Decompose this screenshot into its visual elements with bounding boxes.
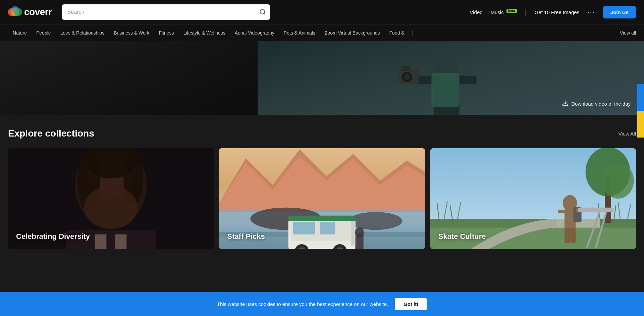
download-video-label: Download video of the day xyxy=(571,101,631,107)
svg-rect-66 xyxy=(565,228,570,244)
more-options-button[interactable]: ··· xyxy=(587,8,595,16)
svg-point-4 xyxy=(260,10,264,14)
svg-rect-38 xyxy=(288,216,356,221)
svg-rect-44 xyxy=(320,222,335,234)
svg-rect-43 xyxy=(293,222,315,234)
header: coverr Video Music beta | Get 10 Free Im… xyxy=(0,0,644,24)
join-button[interactable]: Join Us xyxy=(603,6,636,18)
nav-video[interactable]: Video xyxy=(470,9,483,15)
search-input[interactable] xyxy=(62,4,270,20)
svg-point-35 xyxy=(349,212,402,230)
category-lifestyle[interactable]: Lifestyle & Wellness xyxy=(179,24,230,41)
nav-music[interactable]: Music beta xyxy=(491,9,517,15)
nav-free-images[interactable]: Get 10 Free Images xyxy=(535,9,579,15)
category-people[interactable]: People xyxy=(32,24,56,41)
download-icon xyxy=(562,100,569,108)
category-nav: Nature People Love & Relationships Busin… xyxy=(0,24,644,41)
svg-point-62 xyxy=(602,163,634,199)
svg-rect-27 xyxy=(95,234,106,249)
music-label: Music xyxy=(491,9,504,15)
svg-rect-13 xyxy=(401,66,410,71)
logo[interactable]: coverr xyxy=(8,6,52,18)
beta-badge: beta xyxy=(506,9,517,13)
main-content: Explore collections View All xyxy=(0,115,644,269)
category-zoom[interactable]: Zoom Virtual Backgrounds xyxy=(320,24,385,41)
collection-card-staffpicks[interactable]: Staff Picks xyxy=(219,148,425,249)
category-food[interactable]: Food & xyxy=(385,24,409,41)
collection-card-skate[interactable]: Skate Culture xyxy=(430,148,636,249)
category-nature[interactable]: Nature xyxy=(8,24,32,41)
collection-label-diversity: Celebrating Diversity xyxy=(16,232,90,241)
collection-label-staffpicks: Staff Picks xyxy=(227,232,265,241)
categories-view-all[interactable]: View all xyxy=(620,30,636,36)
svg-point-15 xyxy=(404,74,410,80)
download-video-button[interactable]: Download video of the day xyxy=(562,100,631,108)
svg-point-26 xyxy=(84,186,138,229)
view-all-collections[interactable]: View All xyxy=(619,131,636,137)
search-bar xyxy=(62,4,270,20)
logo-icon xyxy=(8,6,22,18)
svg-rect-68 xyxy=(558,210,565,213)
svg-rect-16 xyxy=(431,73,459,107)
cat-nav-separator: | xyxy=(412,29,414,37)
hero-banner: Download video of the day xyxy=(0,41,644,115)
collection-label-skate: Skate Culture xyxy=(438,232,486,241)
svg-rect-72 xyxy=(578,208,614,212)
svg-rect-45 xyxy=(351,221,355,246)
search-button[interactable] xyxy=(259,9,266,15)
collection-card-diversity[interactable]: Celebrating Diversity xyxy=(8,148,214,249)
category-pets[interactable]: Pets & Animals xyxy=(279,24,320,41)
svg-rect-67 xyxy=(570,228,576,244)
category-fitness[interactable]: Fitness xyxy=(154,24,179,41)
explore-title: Explore collections xyxy=(8,128,94,139)
category-love[interactable]: Love & Relationships xyxy=(56,24,109,41)
header-nav: Video Music beta | Get 10 Free Images ··… xyxy=(470,6,636,18)
side-strips xyxy=(637,84,644,138)
svg-line-5 xyxy=(264,13,265,15)
strip-blue xyxy=(637,84,644,111)
category-aerial[interactable]: Aerial Videography xyxy=(230,24,279,41)
collections-grid: Celebrating Diversity xyxy=(8,148,636,249)
logo-text: coverr xyxy=(24,7,52,17)
svg-rect-28 xyxy=(115,234,126,249)
svg-point-47 xyxy=(355,227,364,237)
nav-separator: | xyxy=(525,8,527,16)
category-business[interactable]: Business & Work xyxy=(109,24,154,41)
section-header: Explore collections View All xyxy=(8,128,636,139)
strip-yellow xyxy=(637,111,644,138)
svg-point-3 xyxy=(12,6,18,13)
